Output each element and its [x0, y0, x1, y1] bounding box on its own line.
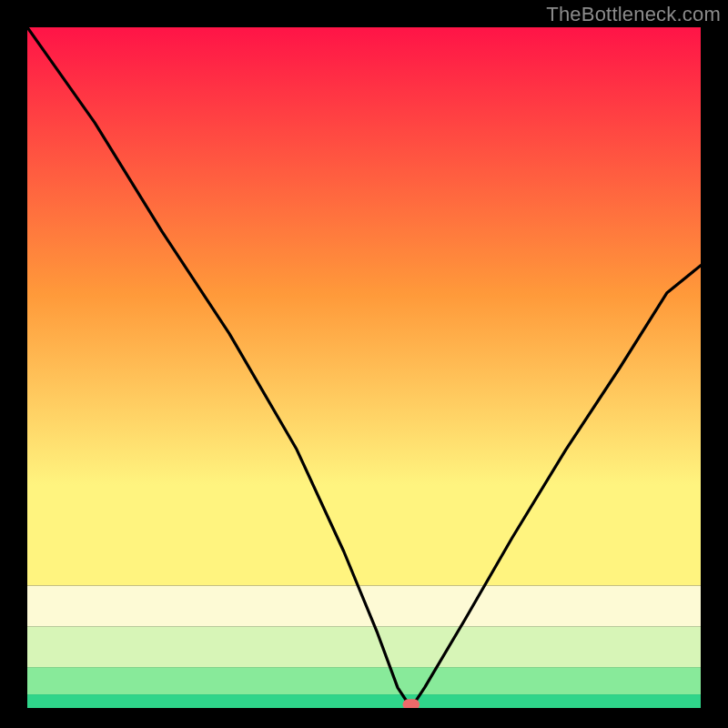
background-bands: [27, 27, 701, 708]
chart-container: TheBottleneck.com: [0, 0, 728, 728]
svg-rect-0: [27, 694, 701, 708]
svg-rect-2: [27, 626, 701, 667]
optimal-marker: [403, 699, 420, 708]
bottleneck-chart: [27, 27, 701, 708]
svg-rect-1: [27, 667, 701, 694]
svg-rect-4: [27, 27, 701, 585]
attribution-text: TheBottleneck.com: [546, 3, 721, 26]
svg-rect-3: [27, 585, 701, 626]
